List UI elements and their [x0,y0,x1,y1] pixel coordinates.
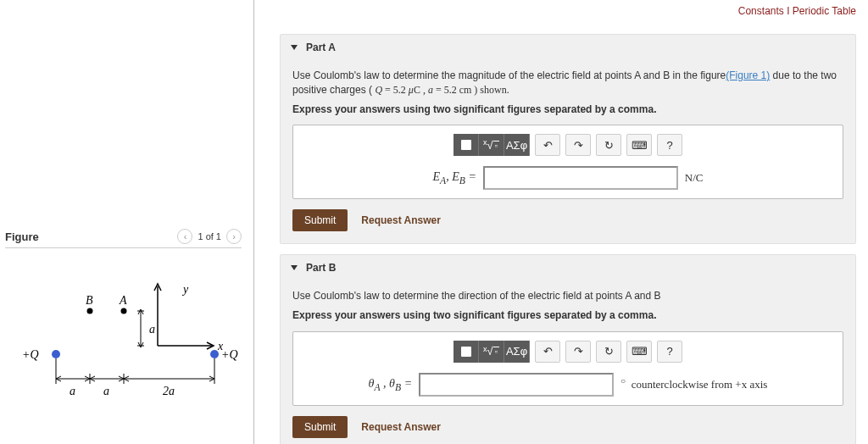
svg-text:y: y [181,283,189,296]
part-a-unit: N/C [685,171,704,185]
constants-link[interactable]: Constants [738,5,784,17]
svg-point-10 [121,308,127,314]
part-a-answer-box: x√▫ ΑΣφ ↶ ↷ ↻ ⌨ ? EA, EB = N/C [292,125,843,199]
tb-keyboard-icon[interactable]: ⌨ [626,341,652,363]
part-b-header[interactable]: Part B [281,255,855,280]
part-b: Part B Use Coulomb's law to determine th… [280,254,856,444]
tb-greek-icon[interactable]: ΑΣφ [504,134,530,156]
part-b-submit-button[interactable]: Submit [292,416,348,438]
part-a-answer-input[interactable] [483,166,678,190]
part-b-unit: ○ counterclockwise from +x axis [620,378,767,391]
tb-redo-icon[interactable]: ↷ [565,341,591,363]
svg-point-12 [52,350,60,358]
tb-help-icon[interactable]: ? [657,134,682,156]
part-b-request-answer-link[interactable]: Request Answer [361,421,441,433]
part-a-submit-button[interactable]: Submit [292,209,348,231]
part-a-header[interactable]: Part A [281,35,855,60]
svg-text:2a: 2a [163,385,175,397]
part-a-request-answer-link[interactable]: Request Answer [361,214,441,226]
svg-text:A: A [119,294,127,307]
figure-diagram: y x a B A +Q +Q [5,274,242,418]
part-a-instr: Express your answers using two significa… [292,103,843,117]
tb-undo-icon[interactable]: ↶ [535,134,560,156]
part-a: Part A Use Coulomb's law to determine th… [280,34,856,244]
svg-text:+Q: +Q [22,348,39,361]
part-b-answer-box: x√▫ ΑΣφ ↶ ↷ ↻ ⌨ ? θA , θB = ○ counterclo… [292,331,843,406]
figure-page: 1 of 1 [198,231,221,241]
toolbar-b: x√▫ ΑΣφ ↶ ↷ ↻ ⌨ ? [303,341,832,363]
figure-panel: Figure ‹ 1 of 1 › y x [0,0,254,444]
figure-next-button[interactable]: › [226,229,242,244]
main-panel: Constants I Periodic Table Part A Use Co… [254,0,868,444]
tb-keyboard-icon[interactable]: ⌨ [626,134,652,156]
figure-title: Figure [5,230,39,243]
tb-redo-icon[interactable]: ↷ [565,134,591,156]
tb-reset-icon[interactable]: ↻ [596,341,621,363]
part-b-prompt: Use Coulomb's law to determine the direc… [292,289,843,303]
svg-text:a: a [149,323,155,336]
tb-help-icon[interactable]: ? [657,341,682,363]
part-b-answer-label: θA , θB = [369,377,412,393]
part-b-answer-input[interactable] [419,373,614,397]
caret-down-icon [291,265,298,270]
figure-1-link[interactable]: (Figure 1) [726,69,770,81]
svg-point-8 [87,308,93,314]
figure-prev-button[interactable]: ‹ [177,229,192,244]
figure-nav: ‹ 1 of 1 › [177,229,242,244]
tb-root-icon[interactable]: x√▫ [479,341,504,363]
tb-template-icon[interactable] [453,134,479,156]
svg-text:+Q: +Q [221,348,238,361]
tb-root-icon[interactable]: x√▫ [479,134,504,156]
periodic-table-link[interactable]: Periodic Table [793,5,856,17]
part-b-instr: Express your answers using two significa… [292,308,843,323]
part-a-answer-label: EA, EB = [433,170,476,186]
toolbar-a: x√▫ ΑΣφ ↶ ↷ ↻ ⌨ ? [303,134,832,156]
part-a-prompt: Use Coulomb's law to determine the magni… [292,69,843,97]
part-b-title: Part B [306,262,336,274]
svg-text:a: a [70,385,75,397]
tb-reset-icon[interactable]: ↻ [596,134,621,156]
tb-greek-icon[interactable]: ΑΣφ [504,341,530,363]
svg-text:a: a [103,385,109,397]
top-links: Constants I Periodic Table [280,5,856,17]
caret-down-icon [291,45,298,50]
part-a-title: Part A [306,42,336,53]
svg-text:B: B [86,294,93,307]
svg-point-14 [210,350,219,358]
tb-undo-icon[interactable]: ↶ [535,341,560,363]
tb-template-icon[interactable] [453,341,479,363]
